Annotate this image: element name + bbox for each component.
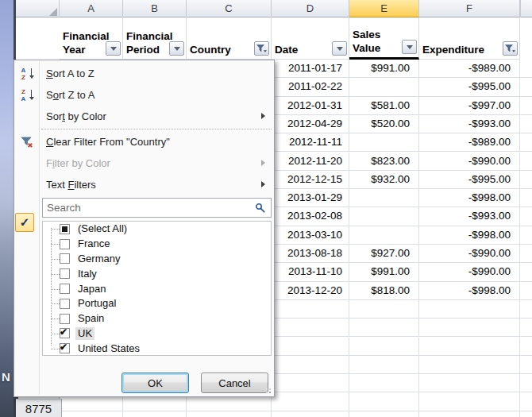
filter-value-japan[interactable]: Japan xyxy=(43,281,271,296)
filter-value-portugal[interactable]: Portugal xyxy=(43,296,271,311)
checkbox-indeterminate[interactable] xyxy=(60,224,70,234)
cell[interactable] xyxy=(419,319,520,336)
cell[interactable]: -$990.00 xyxy=(419,153,520,170)
cell[interactable] xyxy=(349,338,419,355)
cell[interactable]: 2012-01-31 xyxy=(272,97,349,114)
filter-button-a[interactable] xyxy=(106,41,121,56)
cell[interactable] xyxy=(272,392,349,410)
cell[interactable] xyxy=(272,411,349,417)
menu-item-clear-filter-from-country[interactable]: Clear Filter From "Country" xyxy=(14,131,274,153)
menu-item-text-filters[interactable]: Text Filters xyxy=(14,174,274,195)
select-all-corner[interactable] xyxy=(16,0,60,17)
cell[interactable] xyxy=(349,374,419,392)
header-cell-b[interactable]: FinancialPeriod xyxy=(123,17,187,60)
cell[interactable]: -$997.00 xyxy=(419,97,520,114)
cell[interactable] xyxy=(419,356,520,373)
cell[interactable] xyxy=(349,189,419,207)
cell[interactable] xyxy=(349,411,419,417)
filter-button-e[interactable] xyxy=(402,40,417,54)
header-cell-a[interactable]: FinancialYear xyxy=(60,17,123,60)
cell[interactable]: $927.00 xyxy=(349,245,419,262)
column-header-d[interactable]: D xyxy=(272,0,349,17)
filter-value-united-states[interactable]: United States xyxy=(43,341,271,356)
cell[interactable]: -$995.00 xyxy=(419,78,520,95)
filter-value-select-all[interactable]: (Select All) xyxy=(43,222,271,237)
cell[interactable] xyxy=(349,392,419,410)
checkbox-checked[interactable] xyxy=(60,343,70,353)
filter-value-spain[interactable]: Spain xyxy=(43,311,271,326)
filter-button-b[interactable] xyxy=(169,41,184,56)
cell[interactable]: -$993.00 xyxy=(419,207,520,225)
checkbox-unchecked[interactable] xyxy=(60,253,70,264)
cell[interactable]: 2013-08-18 xyxy=(272,245,349,262)
cell[interactable] xyxy=(349,319,419,336)
checkbox-unchecked[interactable] xyxy=(60,268,70,279)
ok-button[interactable]: OK xyxy=(121,373,189,393)
cell[interactable] xyxy=(419,300,520,318)
cell[interactable] xyxy=(60,411,123,417)
cell[interactable]: -$995.00 xyxy=(419,171,520,188)
filter-value-france[interactable]: France xyxy=(43,237,271,252)
menu-item-filter-by-color[interactable]: Filter by Color xyxy=(14,153,274,174)
cell[interactable] xyxy=(349,207,419,225)
header-cell-f[interactable]: Expenditure xyxy=(419,17,520,60)
cell[interactable]: -$993.00 xyxy=(419,115,520,133)
cell[interactable] xyxy=(349,226,419,244)
cell[interactable] xyxy=(349,133,419,151)
cell[interactable]: 2013-11-10 xyxy=(272,263,349,280)
header-cell-e[interactable]: SalesValue xyxy=(349,17,419,60)
cell[interactable]: 2013-01-29 xyxy=(272,189,349,207)
checkbox-unchecked[interactable] xyxy=(60,239,70,249)
cell[interactable]: -$990.00 xyxy=(419,263,520,280)
cell[interactable] xyxy=(272,319,349,336)
cell[interactable]: $818.00 xyxy=(349,282,419,299)
row-header-8775[interactable]: 8775 xyxy=(16,399,62,417)
menu-item-sort-by-color[interactable]: Sort by Color xyxy=(14,106,274,127)
cell[interactable]: $823.00 xyxy=(349,153,419,170)
cell[interactable]: 2012-11-11 xyxy=(272,133,349,151)
resize-grip[interactable] xyxy=(262,384,272,394)
cell[interactable]: 2012-11-20 xyxy=(272,153,349,170)
filter-value-uk[interactable]: UK xyxy=(43,326,271,342)
cell[interactable]: 2013-12-20 xyxy=(272,282,349,299)
cell[interactable]: 2011-01-17 xyxy=(272,60,349,77)
header-cell-c[interactable]: Country xyxy=(187,17,272,60)
column-header-b[interactable]: B xyxy=(123,0,187,17)
cell[interactable] xyxy=(272,374,349,392)
menu-item-sort-a-to-z[interactable]: AZSort A to Z xyxy=(14,63,274,84)
filter-button-d[interactable] xyxy=(332,41,347,56)
cell[interactable]: $991.00 xyxy=(349,60,419,77)
cell[interactable] xyxy=(349,300,419,318)
cell[interactable]: -$989.00 xyxy=(419,133,520,151)
header-cell-d[interactable]: Date xyxy=(272,17,349,60)
cell[interactable] xyxy=(419,338,520,355)
cell[interactable] xyxy=(349,356,419,373)
checkbox-unchecked[interactable] xyxy=(60,284,70,294)
checkbox-unchecked[interactable] xyxy=(60,299,70,309)
menu-item-sort-z-to-a[interactable]: ZASort Z to A xyxy=(14,84,274,106)
filter-button-c[interactable] xyxy=(254,41,269,56)
cell[interactable]: 2012-04-29 xyxy=(272,115,349,133)
checkbox-unchecked[interactable] xyxy=(60,314,70,324)
cell[interactable]: $520.00 xyxy=(349,115,419,133)
cancel-button[interactable]: Cancel xyxy=(201,373,268,393)
cell[interactable]: -$998.00 xyxy=(419,226,520,244)
column-header-f[interactable]: F xyxy=(419,0,520,17)
cell[interactable]: -$990.00 xyxy=(419,245,520,262)
cell[interactable] xyxy=(272,356,349,373)
cell[interactable] xyxy=(349,78,419,95)
filter-value-germany[interactable]: Germany xyxy=(43,252,271,267)
cell[interactable]: 2011-02-22 xyxy=(272,78,349,95)
cell[interactable]: $581.00 xyxy=(349,97,419,114)
cell[interactable] xyxy=(187,411,272,417)
cell[interactable]: $991.00 xyxy=(349,263,419,280)
cell[interactable] xyxy=(419,392,520,410)
column-header-e[interactable]: E xyxy=(349,0,419,17)
gutter-check-button[interactable]: ✓ xyxy=(15,213,34,232)
filter-value-italy[interactable]: Italy xyxy=(43,266,271,281)
cell[interactable]: -$989.00 xyxy=(419,60,520,77)
column-header-a[interactable]: A xyxy=(60,0,123,17)
cell[interactable] xyxy=(419,374,520,392)
cell[interactable] xyxy=(272,300,349,318)
cell[interactable] xyxy=(419,411,520,417)
